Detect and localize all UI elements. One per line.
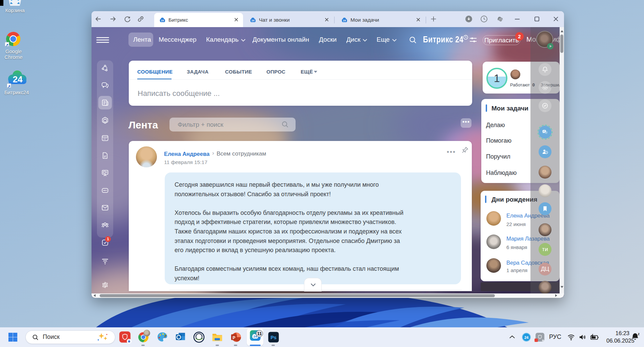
svg-text:24: 24	[251, 19, 255, 22]
svg-text:24: 24	[13, 74, 23, 84]
svg-text:z: z	[638, 332, 640, 336]
svg-text:Ps: Ps	[270, 335, 276, 340]
svg-text:P: P	[233, 335, 235, 340]
svg-text:24: 24	[343, 19, 346, 22]
svg-text:24: 24	[161, 19, 164, 22]
